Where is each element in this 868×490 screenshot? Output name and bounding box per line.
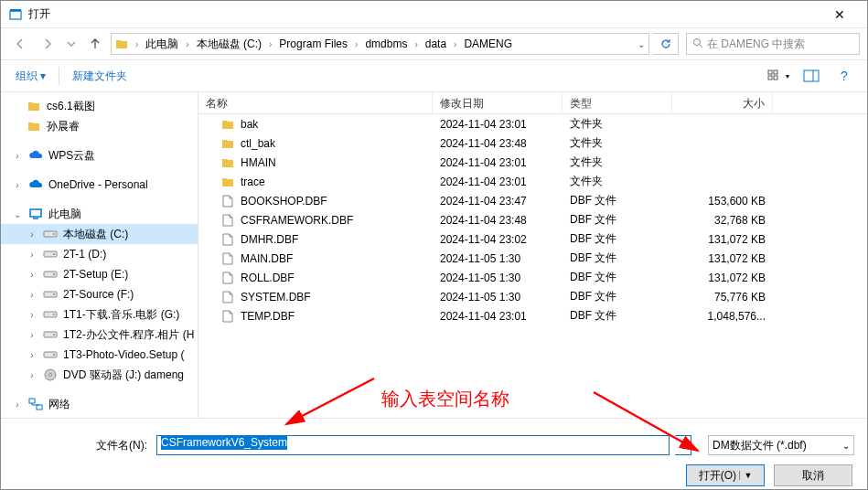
- expander-icon[interactable]: ›: [27, 270, 38, 280]
- svg-rect-0: [10, 11, 21, 19]
- breadcrumb[interactable]: › 此电脑 › 本地磁盘 (C:) › Program Files › dmdb…: [111, 33, 649, 55]
- nav-tree[interactable]: cs6.1截图 孙晨睿 › WPS云盘 › OneDrive - Persona…: [1, 92, 198, 418]
- view-options-button[interactable]: ▾: [765, 66, 792, 86]
- crumb-dameng[interactable]: DAMENG: [460, 34, 516, 54]
- chevron-right-icon[interactable]: ›: [265, 39, 275, 49]
- svg-point-23: [53, 334, 55, 336]
- expander-icon[interactable]: ›: [12, 180, 23, 190]
- tree-label: 网络: [48, 397, 70, 412]
- column-name[interactable]: 名称: [198, 92, 433, 113]
- chevron-right-icon[interactable]: ›: [450, 39, 460, 49]
- tree-item-g[interactable]: › 1T1-下载.音乐.电影 (G:): [1, 304, 198, 325]
- tree-item-wps[interactable]: › WPS云盘: [1, 145, 198, 165]
- expander-icon[interactable]: ›: [12, 151, 23, 161]
- expander-icon[interactable]: ›: [27, 310, 38, 320]
- tree-item-d[interactable]: › 2T-1 (D:): [1, 244, 198, 264]
- list-body[interactable]: bak2024-11-04 23:01文件夹ctl_bak2024-11-04 …: [198, 114, 867, 418]
- chevron-right-icon[interactable]: ›: [411, 39, 421, 49]
- table-row[interactable]: BOOKSHOP.DBF2024-11-04 23:47DBF 文件153,60…: [198, 191, 867, 210]
- tree-item-pc[interactable]: ⌄ 此电脑: [1, 204, 198, 224]
- filename-dropdown[interactable]: ⌄: [675, 435, 691, 455]
- window-title: 打开: [28, 6, 50, 22]
- tree-item-f[interactable]: › 2T-Source (F:): [1, 284, 198, 304]
- search-input[interactable]: 在 DAMENG 中搜索: [686, 33, 860, 55]
- svg-rect-7: [774, 76, 777, 80]
- recent-locations-button[interactable]: [63, 32, 80, 56]
- chevron-right-icon[interactable]: ›: [182, 39, 192, 49]
- file-size: 131,072 KB: [672, 252, 773, 265]
- column-size[interactable]: 大小: [672, 92, 773, 113]
- cancel-button[interactable]: 取消: [774, 464, 852, 486]
- expander-icon[interactable]: ⌄: [12, 209, 23, 219]
- table-row[interactable]: CSFRAMEWORK.DBF2024-11-04 23:48DBF 文件32,…: [198, 210, 867, 229]
- file-date: 2024-11-05 1:30: [433, 252, 563, 265]
- table-row[interactable]: trace2024-11-04 23:01文件夹: [198, 172, 867, 191]
- table-row[interactable]: ROLL.DBF2024-11-05 1:30DBF 文件131,072 KB: [198, 268, 867, 287]
- drive-icon: [43, 287, 58, 302]
- tree-item-h[interactable]: › 1T2-办公文件.程序.相片 (H: [1, 325, 198, 345]
- tree-item-localc[interactable]: › 本地磁盘 (C:): [1, 224, 198, 244]
- column-date[interactable]: 修改日期: [433, 92, 563, 113]
- tree-item-e[interactable]: › 2T-Setup (E:): [1, 264, 198, 284]
- list-header[interactable]: 名称 修改日期 类型 大小: [198, 92, 867, 114]
- tree-label: 2T-Setup (E:): [63, 268, 128, 281]
- file-date: 2024-11-04 23:01: [433, 310, 563, 323]
- tree-item-i[interactable]: › 1T3-Photo-Video.Setup (: [1, 345, 198, 365]
- up-button[interactable]: [83, 32, 107, 56]
- expander-icon[interactable]: ›: [12, 399, 23, 410]
- svg-point-15: [53, 253, 55, 255]
- organize-button[interactable]: 组织 ▾: [10, 65, 51, 88]
- table-row[interactable]: HMAIN2024-11-04 23:01文件夹: [198, 153, 867, 172]
- expander-icon[interactable]: ›: [27, 370, 38, 380]
- svg-rect-29: [37, 405, 42, 410]
- tree-item[interactable]: 孙晨睿: [1, 116, 198, 136]
- table-row[interactable]: MAIN.DBF2024-11-05 1:30DBF 文件131,072 KB: [198, 249, 867, 268]
- table-row[interactable]: bak2024-11-04 23:01文件夹: [198, 114, 867, 133]
- column-type[interactable]: 类型: [563, 92, 672, 113]
- crumb-dmdbms[interactable]: dmdbms: [361, 34, 411, 54]
- table-row[interactable]: SYSTEM.DBF2024-11-05 1:30DBF 文件75,776 KB: [198, 287, 867, 306]
- crumb-c[interactable]: 本地磁盘 (C:): [193, 34, 265, 54]
- file-name: ctl_bak: [241, 137, 275, 150]
- open-button[interactable]: 打开(O) ▼: [686, 464, 765, 486]
- file-name: MAIN.DBF: [241, 252, 293, 265]
- chevron-right-icon[interactable]: ›: [351, 39, 361, 49]
- file-type: 文件夹: [563, 174, 672, 189]
- table-row[interactable]: ctl_bak2024-11-04 23:48文件夹: [198, 133, 867, 153]
- tree-item[interactable]: cs6.1截图: [1, 96, 198, 116]
- chevron-down-icon[interactable]: ⌄: [638, 39, 645, 49]
- svg-point-17: [53, 273, 55, 275]
- tree-item-onedrive[interactable]: › OneDrive - Personal: [1, 175, 198, 195]
- table-row[interactable]: TEMP.DBF2024-11-04 23:01DBF 文件1,048,576.…: [198, 306, 867, 325]
- expander-icon[interactable]: ›: [27, 290, 38, 300]
- preview-pane-button[interactable]: [798, 66, 825, 86]
- file-size: 32,768 KB: [672, 214, 773, 227]
- close-button[interactable]: ✕: [819, 1, 860, 28]
- file-icon: [220, 213, 235, 228]
- new-folder-button[interactable]: 新建文件夹: [67, 65, 133, 88]
- expander-icon[interactable]: ›: [27, 350, 38, 360]
- crumb-pc[interactable]: 此电脑: [142, 34, 182, 54]
- expander-icon[interactable]: ›: [27, 330, 38, 340]
- table-row[interactable]: DMHR.DBF2024-11-04 23:02DBF 文件131,072 KB: [198, 229, 867, 249]
- expander-icon[interactable]: ›: [27, 250, 38, 260]
- crumb-data[interactable]: data: [422, 34, 450, 54]
- tree-item-network[interactable]: › 网络: [1, 394, 198, 414]
- tree-label: 此电脑: [48, 207, 81, 222]
- expander-icon[interactable]: ›: [27, 229, 38, 240]
- tree-item-dvd[interactable]: › DVD 驱动器 (J:) dameng: [1, 365, 198, 385]
- filename-input[interactable]: CSFrameworkV6_System: [156, 435, 670, 455]
- forward-button[interactable]: [36, 32, 59, 56]
- nav-row: › 此电脑 › 本地磁盘 (C:) › Program Files › dmdb…: [1, 28, 867, 59]
- toolbar: 组织 ▾ 新建文件夹 ▾ ?: [1, 59, 867, 92]
- file-type: 文件夹: [563, 116, 672, 132]
- back-button[interactable]: [8, 32, 32, 56]
- refresh-button[interactable]: [653, 33, 679, 55]
- tree-label: DVD 驱动器 (J:) dameng: [63, 368, 184, 383]
- help-button[interactable]: ?: [830, 66, 858, 86]
- file-filter[interactable]: DM数据文件 (*.dbf) ⌄: [708, 435, 854, 455]
- crumb-programfiles[interactable]: Program Files: [275, 34, 351, 54]
- chevron-right-icon[interactable]: ›: [132, 39, 142, 49]
- file-icon: [220, 251, 235, 266]
- folder-icon: [112, 37, 132, 50]
